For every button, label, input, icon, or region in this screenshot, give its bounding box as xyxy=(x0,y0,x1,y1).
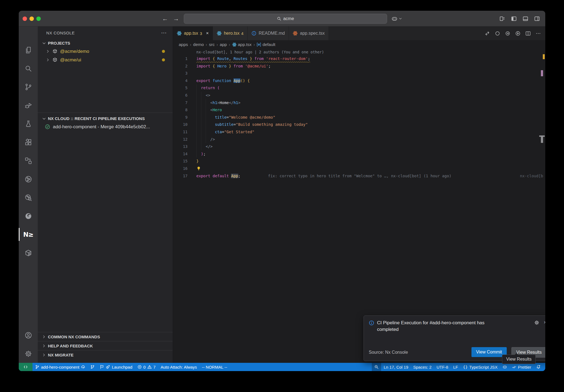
tab-app.tsx[interactable]: app.tsx3× xyxy=(173,26,213,40)
project-item[interactable]: @acme/ui xyxy=(38,56,173,64)
activity-item-nx-graph-search[interactable] xyxy=(19,188,38,207)
close-icon[interactable]: × xyxy=(206,31,209,36)
activity-item-search[interactable] xyxy=(19,59,38,78)
code-line-8[interactable]: 8 <Hero xyxy=(173,106,545,114)
code-line-12[interactable]: 12 /> xyxy=(173,136,545,143)
section-projects[interactable]: PROJECTS xyxy=(38,39,173,47)
go-forward-icon[interactable] xyxy=(505,31,510,36)
code-line-17[interactable]: 17export default App;fix: correct typo i… xyxy=(173,172,545,180)
project-item[interactable]: @acme/demo xyxy=(38,47,173,56)
activity-item-run-and-debug[interactable] xyxy=(19,96,38,115)
statusbar-problems[interactable]: 07 xyxy=(135,363,158,371)
tab-hero.tsx[interactable]: hero.tsx4 xyxy=(213,26,248,40)
code-line-6[interactable]: 6 <> xyxy=(173,92,545,99)
remote-icon xyxy=(23,365,28,369)
view-commit-button[interactable]: View Commit xyxy=(471,347,507,357)
code-line-4[interactable]: 4export function App() { xyxy=(173,77,545,85)
statusbar-auto-attach[interactable]: Auto Attach: Always xyxy=(158,363,199,371)
flask-icon xyxy=(25,120,32,127)
activity-item-extensions[interactable] xyxy=(19,133,38,151)
activity-item-edge-browser[interactable] xyxy=(19,207,38,225)
breadcrumb-separator: › xyxy=(229,42,230,47)
code-line-14[interactable]: 14 ); xyxy=(173,150,545,158)
activity-item-nx-graph[interactable] xyxy=(19,170,38,188)
run-file-icon[interactable] xyxy=(515,31,520,36)
breadcrumb-item-src[interactable]: src xyxy=(209,42,215,47)
line-content xyxy=(196,166,201,171)
code-line-1[interactable]: 1import { Route, Routes } from 'react-ro… xyxy=(173,55,545,62)
code-line-16[interactable]: 16 xyxy=(173,165,545,172)
section-nx-migrate[interactable]: NX MIGRATE xyxy=(38,350,173,359)
toggle-primary-sidebar-icon[interactable] xyxy=(511,16,517,21)
circle-outline-icon[interactable] xyxy=(495,31,500,36)
customize-layout-icon[interactable] xyxy=(500,16,505,21)
code-line-3[interactable]: 3 xyxy=(173,70,545,77)
activity-item-explorer[interactable] xyxy=(19,41,38,59)
activity-item-accounts[interactable] xyxy=(19,326,38,344)
section-nx-cloud[interactable]: NX CLOUD :: RECENT CI PIPELINE EXECUTION… xyxy=(38,115,173,122)
statusbar-notifications-bell[interactable] xyxy=(534,363,543,371)
code-line-15[interactable]: 15} xyxy=(173,157,545,165)
minimize-window-button[interactable] xyxy=(29,17,34,21)
code-line-11[interactable]: 11 cta="Get Started" xyxy=(173,128,545,136)
activity-item-nx-console[interactable]: N≥ xyxy=(19,225,38,244)
copilot-menu[interactable] xyxy=(392,16,402,22)
maximize-window-button[interactable] xyxy=(36,17,41,21)
statusbar-source-control-graph[interactable] xyxy=(88,363,97,371)
section-help-and-feedback[interactable]: HELP AND FEEDBACK xyxy=(38,341,173,350)
statusbar-git-branch[interactable]: add-hero-component xyxy=(32,363,88,371)
gear-icon[interactable] xyxy=(534,320,539,325)
react-blue-icon xyxy=(217,31,222,36)
split-editor-icon[interactable] xyxy=(525,31,531,36)
statusbar-launchpad[interactable]: Launchpad xyxy=(97,363,135,371)
activity-item-testing[interactable] xyxy=(19,115,38,133)
open-changes-icon[interactable] xyxy=(485,31,490,36)
tab-README.md[interactable]: README.md xyxy=(248,26,289,40)
statusbar-remote-indicator[interactable] xyxy=(19,363,32,371)
statusbar-zoom-indicator[interactable] xyxy=(372,363,381,371)
activity-item-references[interactable] xyxy=(19,151,38,170)
sidebar-more-actions[interactable]: ⋯ xyxy=(161,31,167,34)
breadcrumb-item-app[interactable]: app xyxy=(220,42,227,47)
code-line-7[interactable]: 7 <h1>Home</h1> xyxy=(173,99,545,107)
overview-ruler-cursor-mark xyxy=(541,137,543,143)
nav-back-button[interactable]: ← xyxy=(162,16,169,22)
section-common-nx-commands[interactable]: COMMON NX COMMANDS xyxy=(38,332,173,341)
breadcrumb-item-app.tsx[interactable]: app.tsx xyxy=(232,42,252,47)
breadcrumb-item-apps[interactable]: apps xyxy=(179,42,188,47)
code-line-2[interactable]: 2import { Hero } from '@acme/ui'; xyxy=(173,62,545,70)
activity-item-containers[interactable] xyxy=(19,244,38,262)
activity-item-settings[interactable] xyxy=(19,344,38,363)
breadcrumb-item-demo[interactable]: demo xyxy=(193,42,204,47)
statusbar-encoding[interactable]: UTF-8 xyxy=(434,363,451,371)
code-line-13[interactable]: 13 </> xyxy=(173,143,545,150)
more-actions-icon[interactable] xyxy=(536,31,541,36)
line-number: 9 xyxy=(173,114,188,121)
tab-app.spec.tsx[interactable]: app.spec.tsx xyxy=(289,26,329,40)
breadcrumb-item-default[interactable]: default xyxy=(257,42,275,47)
nav-forward-button[interactable]: → xyxy=(173,16,180,22)
box-icon xyxy=(25,249,32,257)
breadcrumb-separator: › xyxy=(190,42,191,47)
statusbar-cursor-position[interactable]: Ln 17, Col 19 xyxy=(381,363,411,371)
toggle-panel-icon[interactable] xyxy=(523,16,528,21)
code-line-9[interactable]: 9 title="Welcome @acme/demo" xyxy=(173,114,545,121)
toggle-secondary-sidebar-icon[interactable] xyxy=(534,16,540,21)
package-icon xyxy=(52,57,58,62)
close-icon[interactable]: × xyxy=(544,320,545,325)
close-window-button[interactable] xyxy=(23,17,27,21)
statusbar-eol[interactable]: LF xyxy=(451,363,461,371)
code-line-5[interactable]: 5 return ( xyxy=(173,84,545,92)
nxgraph-icon xyxy=(25,176,32,183)
statusbar-vim-mode[interactable]: -- NORMAL -- xyxy=(199,363,230,371)
statusbar-language-mode[interactable]: {}TypeScript JSX xyxy=(460,363,500,371)
ci-pipeline-item[interactable]: add-hero-component - Merge 409b44e5cb02.… xyxy=(38,122,173,131)
statusbar-indentation[interactable]: Spaces: 2 xyxy=(411,363,434,371)
line-number: 1 xyxy=(173,55,188,62)
code-line-10[interactable]: 10 subtitle="Build something amazing tod… xyxy=(173,121,545,128)
statusbar-copilot-status[interactable] xyxy=(500,363,509,371)
lightbulb-icon[interactable] xyxy=(196,166,201,171)
command-center-search[interactable]: acme xyxy=(184,14,387,24)
activity-item-source-control[interactable] xyxy=(19,78,38,96)
statusbar-formatter[interactable]: Prettier xyxy=(509,363,534,371)
